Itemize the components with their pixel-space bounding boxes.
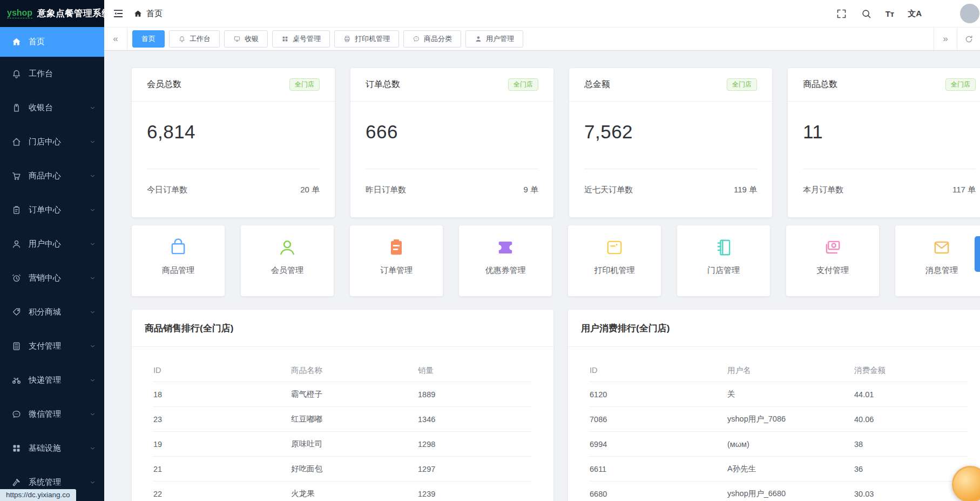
sidebar-item-2[interactable]: 工作台: [0, 57, 104, 91]
shortcut-5[interactable]: 打印机管理: [568, 225, 661, 296]
shortcut-cards-row: 商品管理会员管理订单管理优惠券管理打印机管理门店管理支付管理消息管理: [132, 225, 980, 296]
ranking-table-2: 用户消费排行(全门店)ID用户名消费金额6120关44.017086yshop用…: [568, 310, 980, 501]
tab-2[interactable]: 工作台: [169, 30, 220, 48]
shortcut-label: 打印机管理: [594, 265, 635, 276]
sidebar-item-label: 门店中心: [29, 137, 61, 147]
shortcut-label: 商品管理: [162, 265, 194, 276]
gavel-icon: [11, 477, 22, 487]
sidebar-item-7[interactable]: 用户中心: [0, 227, 104, 261]
table-cell: 关: [727, 389, 854, 399]
refresh-icon[interactable]: [957, 28, 980, 50]
column-header: 消费金额: [854, 365, 968, 376]
alarm-icon: [11, 273, 22, 283]
user-icon: [11, 239, 22, 249]
shortcut-3[interactable]: 订单管理: [350, 225, 443, 296]
stat-footer: 近七天订单数119 单: [584, 169, 757, 217]
table-cell: 7086: [590, 415, 727, 424]
tab-3[interactable]: 收银: [224, 30, 268, 48]
sidebar-item-12[interactable]: 微信管理: [0, 397, 104, 431]
column-header: 商品名称: [291, 365, 418, 376]
sidebar-item-3[interactable]: 收银台: [0, 91, 104, 125]
sidebar-item-label: 支付管理: [29, 341, 61, 351]
stat-title: 总金额: [584, 79, 610, 90]
sidebar: yshop 意象点餐管理系统 首页工作台收银台门店中心商品中心订单中心用户中心营…: [0, 0, 104, 501]
sidebar-item-label: 系统管理: [29, 477, 61, 487]
tabs-scroll-right[interactable]: »: [934, 28, 957, 50]
sidebar-item-label: 用户中心: [29, 239, 61, 249]
table-cell: 18: [153, 390, 291, 399]
tab-label: 工作台: [190, 34, 211, 44]
stat-footer-value: 119 单: [734, 185, 757, 217]
tabs-scroll-left[interactable]: «: [104, 28, 127, 50]
chat-icon: [413, 35, 420, 43]
sidebar-item-label: 订单中心: [29, 205, 61, 215]
stat-title: 会员总数: [147, 79, 181, 90]
table-cell: 红豆嘟嘟: [291, 414, 418, 424]
tab-6[interactable]: 商品分类: [403, 30, 461, 48]
chevron-down-icon: [89, 104, 96, 111]
message-icon: [931, 237, 952, 258]
sidebar-item-label: 基础设施: [29, 443, 61, 453]
table-row: 6994(мωм)38: [590, 432, 968, 457]
shortcut-label: 支付管理: [816, 265, 849, 276]
shortcut-label: 会员管理: [271, 265, 303, 276]
column-header: 用户名: [727, 365, 854, 376]
shortcut-6[interactable]: 门店管理: [677, 225, 770, 296]
shortcut-8[interactable]: 消息管理: [895, 225, 980, 296]
sidebar-item-13[interactable]: 基础设施: [0, 431, 104, 465]
search-icon[interactable]: [861, 8, 872, 19]
sidebar-item-6[interactable]: 订单中心: [0, 193, 104, 227]
tabs-bar: « 首页工作台收银桌号管理打印机管理商品分类用户管理 »: [104, 28, 980, 51]
column-header: ID: [153, 366, 291, 375]
sidebar-item-5[interactable]: 商品中心: [0, 159, 104, 193]
bell-icon: [178, 35, 186, 43]
tab-1[interactable]: 首页: [132, 30, 165, 48]
chevron-down-icon: [89, 445, 96, 452]
stat-footer: 今日订单数20 单: [147, 169, 320, 217]
store-book-icon: [713, 237, 734, 258]
shortcut-1[interactable]: 商品管理: [132, 225, 225, 296]
fullscreen-icon[interactable]: [836, 8, 847, 19]
stat-footer-label: 今日订单数: [147, 185, 187, 217]
table-body: ID用户名消费金额6120关44.017086yshop用户_708640.06…: [568, 347, 980, 501]
side-panel-toggle[interactable]: [975, 236, 980, 272]
font-size-icon[interactable]: Tᴛ: [886, 8, 895, 19]
home-icon: [133, 9, 143, 18]
bell-icon[interactable]: [935, 8, 947, 19]
sidebar-item-8[interactable]: 营销中心: [0, 261, 104, 295]
tab-label: 打印机管理: [355, 34, 390, 44]
shortcut-7[interactable]: 支付管理: [786, 225, 879, 296]
pricetag-icon: [11, 103, 22, 113]
tab-7[interactable]: 用户管理: [465, 30, 523, 48]
avatar[interactable]: [960, 4, 979, 23]
language-icon[interactable]: 文A: [908, 8, 922, 19]
bell-icon: [11, 69, 22, 79]
stat-footer-value: 20 单: [300, 185, 320, 217]
table-header-row: ID商品名称销量: [153, 359, 532, 382]
tab-label: 收银: [245, 34, 259, 44]
table-title: 用户消费排行(全门店): [568, 310, 980, 347]
tab-4[interactable]: 桌号管理: [272, 30, 330, 48]
sidebar-item-10[interactable]: 支付管理: [0, 329, 104, 363]
shortcut-2[interactable]: 会员管理: [241, 225, 334, 296]
table-cell: 23: [153, 415, 291, 424]
sidebar-item-1[interactable]: 首页: [0, 27, 104, 57]
sidebar-item-11[interactable]: 快递管理: [0, 363, 104, 397]
shortcut-4[interactable]: 优惠券管理: [459, 225, 552, 296]
table-cell: 好吃面包: [291, 464, 418, 474]
cart-icon: [11, 171, 22, 181]
stat-footer-label: 近七天订单数: [584, 185, 633, 217]
breadcrumb[interactable]: 首页: [133, 9, 163, 19]
sidebar-item-label: 商品中心: [29, 171, 61, 181]
breadcrumb-label: 首页: [146, 9, 163, 19]
table-cell: (мωм): [727, 440, 854, 449]
sidebar-item-4[interactable]: 门店中心: [0, 125, 104, 159]
table-cell: 44.01: [854, 390, 968, 399]
chevron-down-icon: [89, 172, 96, 179]
table-cell: A孙先生: [727, 464, 854, 474]
tab-5[interactable]: 打印机管理: [334, 30, 399, 48]
sidebar-collapse-icon[interactable]: [112, 8, 124, 19]
sidebar-item-9[interactable]: 积分商城: [0, 295, 104, 329]
payment-icon: [822, 237, 843, 258]
grid-icon: [281, 35, 289, 43]
